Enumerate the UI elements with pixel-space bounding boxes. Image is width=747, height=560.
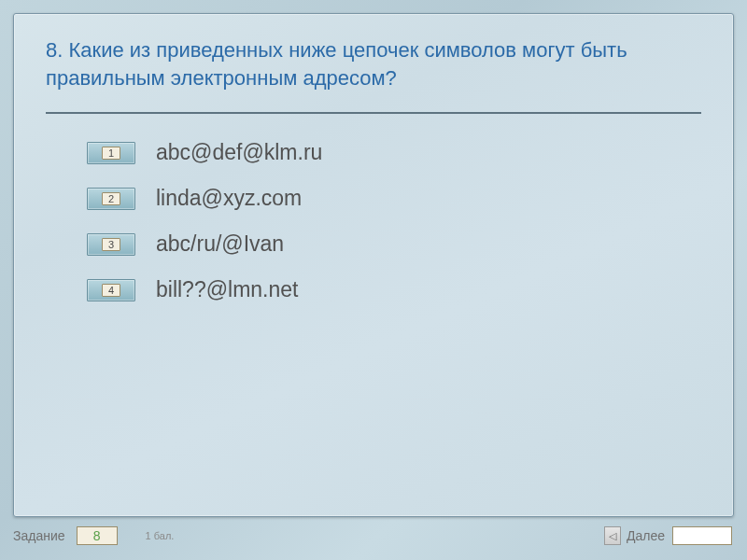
triangle-left-icon: ◁: [609, 530, 616, 542]
divider: [46, 112, 701, 114]
points-label: 1 бал.: [146, 530, 175, 541]
option-row-1: 1 abc@def@klm.ru: [87, 140, 701, 165]
option-row-2: 2 linda@xyz.com: [87, 186, 701, 211]
option-badge-1[interactable]: 1: [87, 142, 135, 164]
footer-bar: Задание 8 1 бал. ◁ Далее: [13, 521, 734, 551]
option-number: 4: [102, 284, 120, 297]
option-row-4: 4 bill??@lmn.net: [87, 277, 701, 302]
option-number: 1: [102, 147, 120, 160]
option-badge-2[interactable]: 2: [87, 188, 135, 210]
option-badge-3[interactable]: 3: [87, 233, 135, 256]
option-text: abc/ru/@Ivan: [156, 231, 284, 257]
option-number: 3: [102, 238, 120, 251]
options-list: 1 abc@def@klm.ru 2 linda@xyz.com 3 abc/r…: [46, 140, 701, 302]
option-number: 2: [102, 192, 120, 205]
task-label: Задание: [13, 528, 65, 543]
option-row-3: 3 abc/ru/@Ivan: [87, 231, 701, 257]
option-badge-4[interactable]: 4: [87, 279, 135, 301]
slide-background: 8. Какие из приведенных ниже цепочек сим…: [0, 0, 747, 560]
option-text: linda@xyz.com: [156, 186, 302, 211]
next-label: Далее: [627, 528, 665, 543]
task-number-box: 8: [77, 526, 118, 545]
content-frame: 8. Какие из приведенных ниже цепочек сим…: [13, 13, 734, 517]
question-text: 8. Какие из приведенных ниже цепочек сим…: [46, 36, 701, 91]
next-input-box[interactable]: [672, 526, 732, 545]
option-text: abc@def@klm.ru: [156, 140, 322, 165]
prev-button[interactable]: ◁: [604, 526, 621, 545]
option-text: bill??@lmn.net: [156, 277, 298, 302]
